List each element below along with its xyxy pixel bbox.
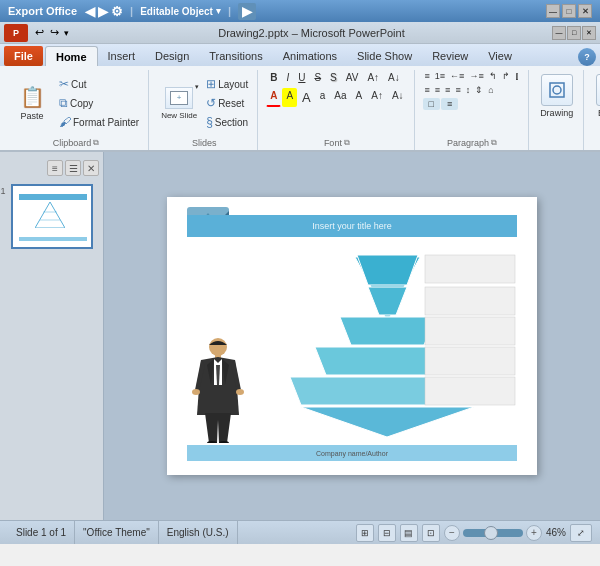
slide-info[interactable]: Slide 1 of 1: [8, 521, 75, 544]
paragraph-expand-icon[interactable]: ⧉: [491, 138, 497, 148]
theme-info[interactable]: "Office Theme": [75, 521, 159, 544]
max-btn2[interactable]: □: [567, 26, 581, 40]
reset-button[interactable]: ↺ Reset: [203, 94, 251, 112]
char-spacing-button[interactable]: AV: [342, 70, 363, 85]
section-button[interactable]: § Section: [203, 113, 251, 131]
zoom-in-btn[interactable]: +: [526, 525, 542, 541]
tab-transitions[interactable]: Transitions: [199, 46, 272, 66]
slideshow-btn[interactable]: ⊡: [422, 524, 440, 542]
copy-button[interactable]: ⧉ Copy: [56, 94, 142, 112]
forward-icon[interactable]: ▶: [98, 4, 108, 19]
columns-button[interactable]: ⫿: [513, 70, 522, 82]
normal-view-btn[interactable]: ⊞: [356, 524, 374, 542]
text-direction-button[interactable]: ⇕: [473, 84, 485, 96]
text-highlight-button[interactable]: A: [282, 88, 297, 107]
min-btn2[interactable]: —: [552, 26, 566, 40]
help-button[interactable]: ?: [578, 48, 596, 66]
undo-btn[interactable]: ↩: [32, 25, 47, 40]
tab-insert[interactable]: Insert: [98, 46, 146, 66]
close-btn2[interactable]: ✕: [582, 26, 596, 40]
window-ctrl2[interactable]: — □ ✕: [552, 26, 596, 40]
font-size-down[interactable]: a: [316, 88, 330, 107]
tab-file[interactable]: File: [4, 46, 43, 66]
outline-tab-icon[interactable]: ☰: [65, 160, 81, 176]
drawing-label: [537, 146, 577, 148]
font-expand-icon[interactable]: ⧉: [344, 138, 350, 148]
new-slide-drop[interactable]: ▾: [193, 59, 201, 115]
slide-sorter-btn[interactable]: ⊟: [378, 524, 396, 542]
align-center-button[interactable]: ≡: [433, 84, 442, 96]
close-panel-btn[interactable]: ✕: [83, 160, 99, 176]
align-right-button[interactable]: ≡: [443, 84, 452, 96]
main-area: ≡ ☰ ✕ 1: [0, 152, 600, 520]
numbering-button[interactable]: 1≡: [433, 70, 447, 82]
bullets-button[interactable]: ≡: [423, 70, 432, 82]
reading-view-btn[interactable]: ▤: [400, 524, 418, 542]
quick-access-drop[interactable]: ▾: [62, 27, 71, 39]
font-inc2[interactable]: A↑: [367, 88, 387, 107]
language-info[interactable]: English (U.S.): [159, 521, 238, 544]
strikethrough-button[interactable]: S: [310, 70, 325, 85]
decrease-indent-button[interactable]: ←≡: [448, 70, 466, 82]
settings-icon[interactable]: ⚙: [111, 4, 123, 19]
font-dec2[interactable]: A↓: [388, 88, 408, 107]
window-controls[interactable]: — □ ✕: [546, 4, 592, 18]
zoom-level[interactable]: 46%: [546, 527, 566, 538]
decrease-font-button[interactable]: A↓: [384, 70, 404, 85]
cut-button[interactable]: ✂ Cut: [56, 75, 142, 93]
slides-tab-icon[interactable]: ≡: [47, 160, 63, 176]
drawing-button[interactable]: Drawing: [537, 74, 577, 118]
tab-animations[interactable]: Animations: [273, 46, 347, 66]
tab-view[interactable]: View: [478, 46, 522, 66]
line-spacing-button[interactable]: ↕: [464, 84, 473, 96]
go-icon[interactable]: ▶: [238, 3, 256, 20]
slide-thumbnail[interactable]: [11, 184, 93, 249]
text-box-button[interactable]: □: [423, 98, 440, 110]
slide-header-bar[interactable]: Insert your title here: [187, 215, 517, 237]
editing-button[interactable]: Editing: [592, 74, 600, 118]
clipboard-expand-icon[interactable]: ⧉: [93, 138, 99, 148]
slide-footer-bar[interactable]: Company name/Author: [187, 445, 517, 461]
slide-canvas-area: Insert your title here: [104, 152, 600, 520]
bold-button[interactable]: B: [266, 70, 281, 85]
align-left-button[interactable]: ≡: [423, 84, 432, 96]
font-size-up[interactable]: A: [298, 88, 315, 107]
ltr-button[interactable]: ↱: [500, 70, 512, 82]
font-clear[interactable]: A: [352, 88, 367, 107]
fit-window-btn[interactable]: ⤢: [570, 524, 592, 542]
svg-marker-15: [301, 407, 474, 437]
font-color-button[interactable]: A: [266, 88, 281, 107]
back-icon[interactable]: ◀: [85, 4, 95, 19]
tab-review[interactable]: Review: [422, 46, 478, 66]
dropdown-icon[interactable]: ▾: [216, 6, 221, 16]
minimize-button[interactable]: —: [546, 4, 560, 18]
justify-button[interactable]: ≡: [453, 84, 462, 96]
slide[interactable]: Insert your title here: [167, 197, 537, 475]
rtl-button[interactable]: ↰: [487, 70, 499, 82]
redo-btn[interactable]: ↪: [47, 25, 62, 40]
underline-button[interactable]: U: [294, 70, 309, 85]
tab-design[interactable]: Design: [145, 46, 199, 66]
tab-home[interactable]: Home: [45, 46, 98, 66]
layout-button[interactable]: ⊞ Layout: [203, 75, 251, 93]
title-bar: Export Office ◀ ▶ ⚙ | Editable Object ▾ …: [0, 0, 600, 22]
zoom-slider[interactable]: [463, 529, 523, 537]
increase-font-button[interactable]: A↑: [363, 70, 383, 85]
slide-panel: ≡ ☰ ✕ 1: [0, 152, 104, 520]
zoom-out-btn[interactable]: −: [444, 525, 460, 541]
paste-button[interactable]: 📋 Paste: [10, 75, 54, 131]
italic-button[interactable]: I: [282, 70, 293, 85]
shadow-button[interactable]: S: [326, 70, 341, 85]
zoom-thumb[interactable]: [484, 526, 498, 540]
text-align-button[interactable]: ≡: [441, 98, 458, 110]
maximize-button[interactable]: □: [562, 4, 576, 18]
font-case[interactable]: Aa: [330, 88, 350, 107]
smartart-button[interactable]: ⌂: [486, 84, 495, 96]
tab-slideshow[interactable]: Slide Show: [347, 46, 422, 66]
font-label: Font ⧉: [266, 136, 407, 148]
new-slide-button[interactable]: + New Slide ▾: [157, 75, 201, 131]
drawing-icon: [541, 74, 573, 106]
format-painter-button[interactable]: 🖌 Format Painter: [56, 113, 142, 131]
close-button[interactable]: ✕: [578, 4, 592, 18]
increase-indent-button[interactable]: →≡: [467, 70, 485, 82]
